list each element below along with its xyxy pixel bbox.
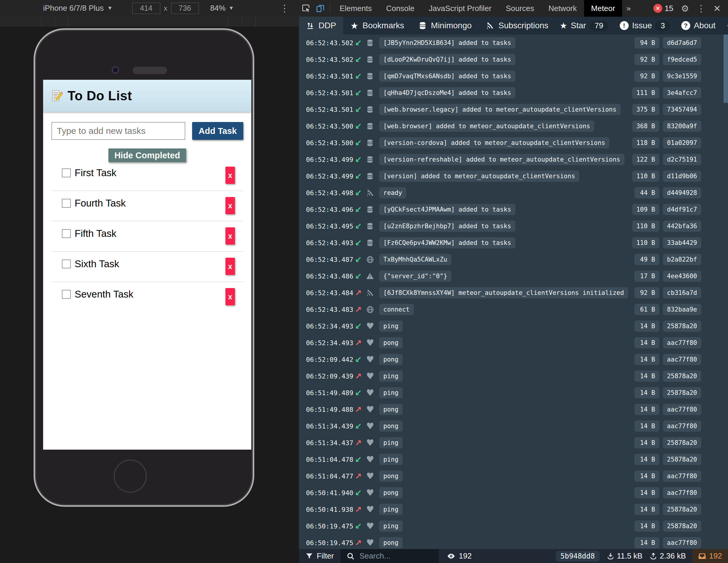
ddp-log-row[interactable]: 06:52:43.498↙ready44 Bd4494928 <box>299 184 728 201</box>
ddp-log-row[interactable]: 06:50:41.938↗♥ping14 B25878a20 <box>299 501 728 518</box>
message-chip[interactable]: pong <box>379 404 403 415</box>
message-hash-chip[interactable]: 01a02097 <box>663 137 701 148</box>
search-input[interactable] <box>359 551 426 561</box>
message-chip[interactable]: pong <box>379 471 403 482</box>
ddp-log-row[interactable]: 06:52:43.500↙[version-cordova] added to … <box>299 134 728 151</box>
message-hash-chip[interactable]: 33ab4429 <box>663 237 701 248</box>
message-chip[interactable]: ping <box>379 504 403 515</box>
ddp-log-row[interactable]: 06:52:43.486↙{"server_id":"0"}17 B4ee436… <box>299 268 728 285</box>
message-hash-chip[interactable]: aac77f80 <box>663 487 701 498</box>
message-hash-chip[interactable]: aac77f80 <box>663 421 701 432</box>
delete-task-button[interactable]: x <box>225 258 235 275</box>
tab-console[interactable]: Console <box>379 0 421 17</box>
ddp-log-row[interactable]: 06:52:09.439↗♥ping14 B25878a20 <box>299 368 728 385</box>
message-hash-chip[interactable]: aac77f80 <box>663 354 701 365</box>
tab-network[interactable]: Network <box>541 0 584 17</box>
message-chip[interactable]: ping <box>379 437 403 449</box>
message-chip[interactable]: [version-refreshable] added to meteor_au… <box>379 154 625 165</box>
message-hash-chip[interactable]: d11d9b06 <box>663 170 701 182</box>
message-hash-chip[interactable]: 3e4afcc7 <box>663 87 701 98</box>
message-chip[interactable]: ping <box>379 371 403 382</box>
meteor-link-star[interactable]: ★Star79 <box>556 20 612 31</box>
message-chip[interactable]: TxByMhhQa5CAWLxZu <box>379 254 451 265</box>
task-checkbox[interactable] <box>62 259 71 268</box>
device-toolbar-menu-icon[interactable]: ⋮ <box>280 3 289 14</box>
ddp-log-row[interactable]: 06:52:43.496↙[yQCkFsect4JPMAAwm] added t… <box>299 201 728 218</box>
device-select[interactable]: iPhone 6/7/8 Plus ▼ <box>43 4 113 13</box>
buffered-messages-section[interactable]: 192 <box>692 549 728 563</box>
ddp-log-row[interactable]: 06:51:34.437↗♥ping14 B25878a20 <box>299 435 728 451</box>
filter-button[interactable]: Filter <box>299 549 341 563</box>
message-chip[interactable]: [JB5yYnn2HD5XiB634] added to tasks <box>379 37 515 48</box>
message-hash-chip[interactable]: 4ee43600 <box>663 270 701 282</box>
message-hash-chip[interactable]: 25878a20 <box>663 520 701 532</box>
message-chip[interactable]: [qmD7vaqTMxs6ANsdb] added to tasks <box>379 70 515 82</box>
ddp-log-row[interactable]: 06:52:43.501↙[web.browser.legacy] added … <box>299 101 728 118</box>
message-chip[interactable]: pong <box>379 337 403 349</box>
tab-sources[interactable]: Sources <box>499 0 541 17</box>
message-hash-chip[interactable]: d2c75191 <box>663 154 701 165</box>
message-chip[interactable]: [u2znE8pzhrBejhbp7] added to tasks <box>379 220 515 232</box>
ddp-log-row[interactable]: 06:51:49.488↗♥pong14 Baac77f80 <box>299 401 728 418</box>
session-id-chip[interactable]: 5b948dd8 <box>556 551 600 562</box>
message-hash-chip[interactable]: d4df91c7 <box>663 204 701 215</box>
delete-task-button[interactable]: x <box>225 167 235 184</box>
devtools-menu-icon[interactable]: ⋮ <box>697 3 706 14</box>
add-task-button[interactable]: Add Task <box>192 122 243 140</box>
message-chip[interactable]: [dLooP2KwDruQvQ7ij] added to tasks <box>379 54 515 65</box>
delete-task-button[interactable]: x <box>225 227 235 244</box>
hide-completed-button[interactable]: Hide Completed <box>109 148 186 162</box>
meteor-link-community[interactable]: Community <box>723 21 728 30</box>
ddp-log-row[interactable]: 06:52:09.442↙♥pong14 Baac77f80 <box>299 351 728 368</box>
message-hash-chip[interactable]: aac77f80 <box>663 471 701 482</box>
ddp-log-row[interactable]: 06:51:04.478↙♥ping14 B25878a20 <box>299 451 728 468</box>
message-hash-chip[interactable]: 25878a20 <box>663 321 701 332</box>
message-hash-chip[interactable]: 25878a20 <box>663 437 701 449</box>
task-checkbox[interactable] <box>62 199 71 208</box>
message-hash-chip[interactable]: 25878a20 <box>663 454 701 465</box>
ddp-log-row[interactable]: 06:50:41.940↙♥pong14 Baac77f80 <box>299 484 728 501</box>
message-hash-chip[interactable]: 83200a9f <box>663 120 701 132</box>
message-hash-chip[interactable]: 9c3e1559 <box>663 70 701 82</box>
message-hash-chip[interactable]: cb316a7d <box>663 287 701 299</box>
search-box[interactable] <box>341 549 439 563</box>
ddp-log-row[interactable]: 06:52:43.499↙[version-refreshable] added… <box>299 151 728 168</box>
message-hash-chip[interactable]: 73457494 <box>663 104 701 115</box>
message-chip[interactable]: connect <box>379 304 414 315</box>
ddp-log-row[interactable]: 06:52:43.500↙[web.browser] added to mete… <box>299 118 728 134</box>
meteor-link-issue[interactable]: !Issue3 <box>616 20 674 31</box>
meteor-link-about[interactable]: ?About <box>677 21 720 30</box>
message-chip[interactable]: ping <box>379 387 403 399</box>
new-task-input[interactable] <box>51 122 185 140</box>
message-hash-chip[interactable]: d4494928 <box>663 187 701 198</box>
message-hash-chip[interactable]: 25878a20 <box>663 387 701 399</box>
message-hash-chip[interactable]: d6d7a6d7 <box>663 37 701 48</box>
message-chip[interactable]: {"server_id":"0"} <box>379 270 451 282</box>
close-devtools-icon[interactable]: ✕ <box>713 3 721 14</box>
message-chip[interactable]: ping <box>379 520 403 532</box>
more-tabs-icon[interactable]: » <box>622 4 635 13</box>
ddp-log-row[interactable]: 06:51:49.489↙♥ping14 B25878a20 <box>299 385 728 401</box>
message-chip[interactable]: ping <box>379 321 403 332</box>
message-hash-chip[interactable]: 25878a20 <box>663 504 701 515</box>
ddp-log-row[interactable]: 06:51:04.477↗♥pong14 Baac77f80 <box>299 468 728 484</box>
message-hash-chip[interactable]: aac77f80 <box>663 337 701 349</box>
meteor-tab-ddp[interactable]: DDP <box>299 17 343 34</box>
message-chip[interactable]: [yQCkFsect4JPMAAwm] added to tasks <box>379 204 515 215</box>
message-hash-chip[interactable]: f9edced5 <box>663 54 701 65</box>
console-error-badge[interactable]: ✕ 15 <box>653 4 673 13</box>
ddp-log-row[interactable]: 06:52:43.502↙[dLooP2KwDruQvQ7ij] added t… <box>299 51 728 68</box>
message-chip[interactable]: [web.browser] added to meteor_autoupdate… <box>379 120 594 132</box>
message-chip[interactable]: [web.browser.legacy] added to meteor_aut… <box>379 104 621 115</box>
task-checkbox[interactable] <box>62 290 71 299</box>
message-chip[interactable]: ready <box>379 187 406 198</box>
meteor-tab-bookmarks[interactable]: ★Bookmarks <box>343 17 411 34</box>
ddp-log-row[interactable]: 06:52:43.502↙[JB5yYnn2HD5XiB634] added t… <box>299 34 728 51</box>
message-chip[interactable]: pong <box>379 537 403 548</box>
tab-meteor[interactable]: Meteor <box>584 0 622 17</box>
inspect-element-icon[interactable] <box>299 0 313 17</box>
message-chip[interactable]: pong <box>379 354 403 365</box>
ddp-log-row[interactable]: 06:52:43.501↙[qHha4D7jqcDszoMe4] added t… <box>299 84 728 101</box>
message-chip[interactable]: [version] added to meteor_autoupdate_cli… <box>379 170 579 182</box>
message-hash-chip[interactable]: 25878a20 <box>663 371 701 382</box>
